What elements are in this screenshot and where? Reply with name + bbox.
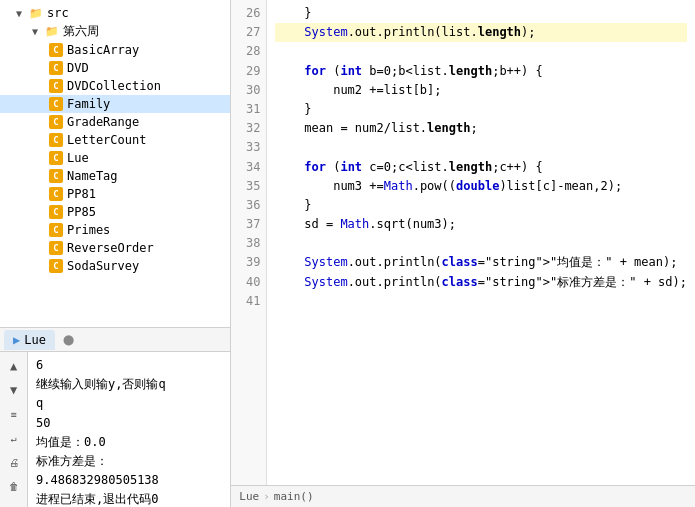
code-line-39: System.out.println(class="string">"均值是："… bbox=[275, 253, 687, 272]
tree-item-family[interactable]: C Family bbox=[0, 95, 230, 113]
console-content: ▲ ▼ ≡ ↵ 🖨 🗑 6继续输入则输y,否则输qq50均值是：0.0标准方差是… bbox=[0, 352, 230, 507]
console-tab-label: Lue bbox=[24, 333, 46, 347]
class-icon-pp81: C bbox=[48, 186, 64, 202]
tree-item-primes[interactable]: C Primes bbox=[0, 221, 230, 239]
class-icon-dvdcollection: C bbox=[48, 78, 64, 94]
code-panel: 26272829303132333435363738394041 } Syste… bbox=[231, 0, 695, 507]
breadcrumb-separator: › bbox=[263, 490, 270, 503]
wrap-button[interactable]: ↵ bbox=[4, 428, 24, 448]
console-output: 6继续输入则输y,否则输qq50均值是：0.0标准方差是：9.486832980… bbox=[28, 352, 230, 507]
code-line-38 bbox=[275, 234, 687, 253]
console-toolbar: ▲ ▼ ≡ ↵ 🖨 🗑 bbox=[0, 352, 28, 507]
console-sidebar: ▶ Lue ⬤ ▲ ▼ ≡ ↵ 🖨 🗑 6继续输入则输y,否则输qq50均值是：… bbox=[0, 327, 230, 507]
class-icon-reverseorder: C bbox=[48, 240, 64, 256]
console-line: 均值是：0.0 bbox=[36, 433, 222, 452]
tree-item-lettercount[interactable]: C LetterCount bbox=[0, 131, 230, 149]
class-icon-basicarray: C bbox=[48, 42, 64, 58]
breadcrumb-file: Lue bbox=[239, 490, 259, 503]
tree-item-lue[interactable]: C Lue bbox=[0, 149, 230, 167]
class-icon-primes: C bbox=[48, 222, 64, 238]
tree-item-dvdcollection[interactable]: C DVDCollection bbox=[0, 77, 230, 95]
class-icon-sodasurvey: C bbox=[48, 258, 64, 274]
tree-item-week[interactable]: ▼ 📁 第六周 bbox=[0, 22, 230, 41]
code-line-41 bbox=[275, 292, 687, 311]
sidebar: ▼ 📁 src ▼ 📁 第六周 C BasicArray C DVD bbox=[0, 0, 231, 507]
tree-item-src[interactable]: ▼ 📁 src bbox=[0, 4, 230, 22]
code-line-40: System.out.println(class="string">"标准方差是… bbox=[275, 273, 687, 292]
print-button[interactable]: 🖨 bbox=[4, 452, 24, 472]
run-indicator-icon: ⬤ bbox=[63, 334, 74, 345]
tree-item-basicarray[interactable]: C BasicArray bbox=[0, 41, 230, 59]
console-line: 标准方差是：9.486832980505138 bbox=[36, 452, 222, 490]
code-editor[interactable]: 26272829303132333435363738394041 } Syste… bbox=[231, 0, 695, 485]
code-line-28 bbox=[275, 42, 687, 61]
code-line-36: } bbox=[275, 196, 687, 215]
week-folder-icon: 📁 bbox=[44, 24, 60, 40]
tree-item-sodasurvey[interactable]: C SodaSurvey bbox=[0, 257, 230, 275]
breadcrumb-method: main() bbox=[274, 490, 314, 503]
console-line: 6 bbox=[36, 356, 222, 375]
class-icon-lettercount: C bbox=[48, 132, 64, 148]
code-line-33 bbox=[275, 138, 687, 157]
code-line-27: System.out.println(list.length); bbox=[275, 23, 687, 42]
sidebar-tree: ▼ 📁 src ▼ 📁 第六周 C BasicArray C DVD bbox=[0, 0, 230, 327]
console-tab-bar: ▶ Lue ⬤ bbox=[0, 328, 230, 352]
code-line-29: for (int b=0;b<list.length;b++) { bbox=[275, 62, 687, 81]
tree-item-pp85[interactable]: C PP85 bbox=[0, 203, 230, 221]
code-line-30: num2 +=list[b]; bbox=[275, 81, 687, 100]
class-icon-dvd: C bbox=[48, 60, 64, 76]
clear-button[interactable]: 🗑 bbox=[4, 476, 24, 496]
tree-item-graderange[interactable]: C GradeRange bbox=[0, 113, 230, 131]
code-content[interactable]: } System.out.println(list.length); for (… bbox=[267, 0, 695, 485]
tree-item-reverseorder[interactable]: C ReverseOrder bbox=[0, 239, 230, 257]
class-icon-nametag: C bbox=[48, 168, 64, 184]
code-line-31: } bbox=[275, 100, 687, 119]
class-icon-lue: C bbox=[48, 150, 64, 166]
console-line: q bbox=[36, 394, 222, 413]
code-line-26: } bbox=[275, 4, 687, 23]
tree-item-pp81[interactable]: C PP81 bbox=[0, 185, 230, 203]
tree-src-label: src bbox=[47, 6, 69, 20]
class-icon-graderange: C bbox=[48, 114, 64, 130]
line-numbers: 26272829303132333435363738394041 bbox=[231, 0, 267, 485]
scroll-down-button[interactable]: ▼ bbox=[4, 380, 24, 400]
tree-week-label: 第六周 bbox=[63, 23, 99, 40]
breadcrumb-bar: Lue › main() bbox=[231, 485, 695, 507]
code-line-34: for (int c=0;c<list.length;c++) { bbox=[275, 158, 687, 177]
scroll-up-button[interactable]: ▲ bbox=[4, 356, 24, 376]
code-line-37: sd = Math.sqrt(num3); bbox=[275, 215, 687, 234]
tree-item-nametag[interactable]: C NameTag bbox=[0, 167, 230, 185]
code-line-35: num3 +=Math.pow((double)list[c]-mean,2); bbox=[275, 177, 687, 196]
filter-button[interactable]: ≡ bbox=[4, 404, 24, 424]
console-line: 继续输入则输y,否则输q bbox=[36, 375, 222, 394]
console-line: 进程已结束,退出代码0 bbox=[36, 490, 222, 507]
code-line-32: mean = num2/list.length; bbox=[275, 119, 687, 138]
tree-item-dvd[interactable]: C DVD bbox=[0, 59, 230, 77]
console-line: 50 bbox=[36, 414, 222, 433]
run-icon: ▶ bbox=[13, 333, 20, 347]
folder-icon: 📁 bbox=[28, 5, 44, 21]
console-tab-lue[interactable]: ▶ Lue bbox=[4, 330, 55, 350]
class-icon-family: C bbox=[48, 96, 64, 112]
class-icon-pp85: C bbox=[48, 204, 64, 220]
